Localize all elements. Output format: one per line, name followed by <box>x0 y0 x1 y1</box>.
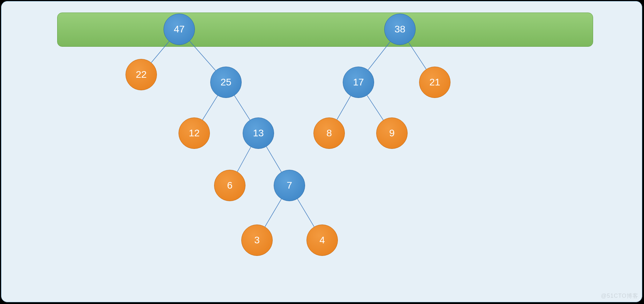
tree-edge <box>237 147 251 172</box>
tree-node-4: 4 <box>306 225 338 256</box>
tree-node-38: 38 <box>384 14 416 45</box>
tree-edge <box>190 41 215 70</box>
tree-node-3: 3 <box>241 225 273 256</box>
tree-edge <box>368 41 391 70</box>
tree-node-8: 8 <box>313 117 345 149</box>
tree-edge <box>234 96 250 120</box>
tree-node-label: 22 <box>136 69 146 80</box>
tree-node-25: 25 <box>210 67 242 98</box>
tree-node-6: 6 <box>214 170 245 201</box>
tree-node-22: 22 <box>126 59 157 90</box>
tree-edge <box>409 43 426 69</box>
tree-node-7: 7 <box>274 170 305 201</box>
tree-node-label: 7 <box>287 180 292 191</box>
tree-node-label: 38 <box>394 24 405 35</box>
tree-node-label: 8 <box>326 128 332 139</box>
tree-edge <box>203 96 218 120</box>
diagram-canvas: 4722251213673438172189 @51CTO博客 <box>1 1 642 302</box>
tree-node-label: 4 <box>319 235 325 246</box>
edges-layer <box>1 1 643 303</box>
tree-node-label: 17 <box>353 77 364 88</box>
tree-node-label: 13 <box>253 128 264 139</box>
tree-node-label: 47 <box>174 24 184 35</box>
tree-edge <box>337 96 350 120</box>
tree-node-label: 9 <box>389 128 395 139</box>
tree-edge <box>367 96 384 120</box>
tree-node-17: 17 <box>343 67 374 98</box>
watermark-text: @51CTO博客 <box>601 292 638 300</box>
tree-edge <box>297 199 314 227</box>
tree-node-13: 13 <box>243 117 274 149</box>
tree-node-21: 21 <box>419 67 450 98</box>
tree-edge <box>151 41 169 62</box>
tree-node-label: 6 <box>227 180 233 191</box>
tree-node-label: 21 <box>429 77 440 88</box>
tree-edge <box>266 147 281 172</box>
tree-node-label: 25 <box>220 77 231 88</box>
tree-node-label: 3 <box>254 235 260 246</box>
tree-edge <box>265 199 281 227</box>
tree-node-47: 47 <box>164 14 195 45</box>
tree-node-label: 12 <box>189 128 199 139</box>
tree-node-9: 9 <box>376 117 408 149</box>
tree-node-12: 12 <box>179 117 210 149</box>
